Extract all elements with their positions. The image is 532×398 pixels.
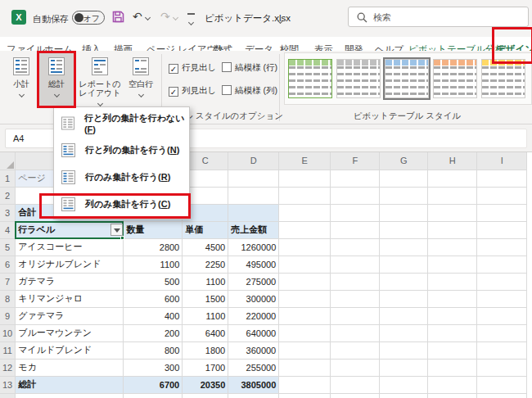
- row-header-12[interactable]: 12: [0, 359, 16, 376]
- grand-totals-button[interactable]: 総計: [38, 52, 74, 106]
- item-label[interactable]: ブルーマウンテン: [16, 324, 124, 341]
- quick-access-overflow-icon[interactable]: [187, 13, 195, 27]
- item-label[interactable]: アイスコーヒー: [16, 238, 124, 256]
- grand-totals-menu: 行と列の集計を行わない(F) 行と列の集計を行う(N) 行のみ集計を行う(R): [53, 106, 190, 219]
- row-header-10[interactable]: 10: [0, 324, 16, 341]
- pivot-data-row: 9 グァテマラ 400 1100 220000: [0, 307, 527, 324]
- row-labels-filter-button[interactable]: [110, 224, 123, 236]
- totals-rows-only-icon: [61, 170, 75, 184]
- style-thumbnail-blue-selected[interactable]: [385, 59, 429, 98]
- subtotals-icon: [11, 57, 31, 76]
- menu-item-columns-only[interactable]: 列のみ集計を行う(C): [54, 191, 189, 218]
- row-header-6[interactable]: 6: [0, 256, 16, 273]
- pivot-header-row: 4 行ラベル 数量 単価 売上金額: [0, 221, 527, 238]
- column-headers-checkbox[interactable]: ✓列見出し: [169, 85, 216, 97]
- totals-off-icon: [61, 116, 74, 130]
- row-header-11[interactable]: 11: [0, 341, 16, 359]
- report-layout-button[interactable]: レポートのレイアウト: [79, 52, 121, 106]
- report-layout-icon: [90, 57, 110, 76]
- row-header-9[interactable]: 9: [0, 307, 16, 324]
- checkbox-checked-icon: ✓: [169, 87, 178, 97]
- menu-item-on-rows-columns[interactable]: 行と列の集計を行う(N): [54, 137, 189, 164]
- filter-dropdown-icon: [114, 228, 120, 233]
- menu-item-rows-only[interactable]: 行のみ集計を行う(R): [54, 164, 189, 191]
- pivot-data-row: 7 ガテマラ 500 1100 275000: [0, 273, 527, 290]
- row-header-3[interactable]: 3: [0, 204, 16, 221]
- cell-C4-header[interactable]: 単価: [183, 221, 228, 238]
- item-label[interactable]: ガテマラ: [16, 273, 124, 290]
- banded-rows-checkbox[interactable]: 縞模様 (行): [222, 62, 277, 74]
- row-header-14[interactable]: 14: [0, 393, 16, 398]
- select-all-corner[interactable]: [0, 152, 16, 170]
- search-icon: [357, 12, 367, 23]
- style-thumbnail-orange[interactable]: [433, 59, 477, 98]
- cell-A4-row-labels[interactable]: 行ラベル: [16, 221, 124, 238]
- autosave-label: 自動保存: [33, 13, 69, 25]
- autosave-toggle[interactable]: オフ: [72, 11, 105, 25]
- banded-columns-checkbox[interactable]: 縞模様 (列): [222, 85, 277, 97]
- checkbox-unchecked-icon: [222, 85, 232, 95]
- blank-rows-button[interactable]: 空白行: [123, 52, 159, 106]
- subtotals-button[interactable]: 小計: [3, 52, 39, 106]
- row-header-13[interactable]: 13: [0, 376, 16, 393]
- row-header-1[interactable]: 1: [0, 170, 16, 187]
- style-thumbnail-green[interactable]: [288, 59, 332, 98]
- blank-rows-icon: [131, 57, 151, 76]
- row-headers-checkbox[interactable]: ✓行見出し: [169, 62, 216, 74]
- pivot-data-row: 6 オリジナルブレンド 1100 2250 495000: [0, 256, 527, 273]
- pivot-style-gallery: [284, 52, 532, 105]
- pivot-data-row: 8 キリマンジャロ 600 1500 300000: [0, 290, 527, 307]
- redo-button[interactable]: ↷: [160, 10, 178, 23]
- pivot-data-row: 10 ブルーマウンテン 200 6400 640000: [0, 324, 527, 341]
- item-label[interactable]: オリジナルブレンド: [16, 256, 124, 273]
- grand-total-label[interactable]: 総計: [16, 376, 124, 393]
- row-header-4[interactable]: 4: [0, 221, 16, 238]
- column-header-D[interactable]: D: [228, 152, 279, 170]
- column-header-E[interactable]: E: [279, 152, 331, 170]
- search-placeholder: 検索: [373, 11, 391, 24]
- row-header-8[interactable]: 8: [0, 290, 16, 307]
- item-label[interactable]: グァテマラ: [16, 307, 124, 324]
- title-dropdown-icon[interactable]: [278, 15, 282, 25]
- grand-totals-icon: [47, 57, 66, 76]
- style-thumbnail-gray[interactable]: [336, 59, 381, 98]
- item-label[interactable]: キリマンジャロ: [16, 290, 124, 307]
- checkbox-checked-icon: ✓: [169, 64, 178, 74]
- group-label-pivot-styles: ピボットテーブル スタイル: [327, 111, 487, 122]
- toggle-knob-icon: [74, 13, 83, 22]
- excel-app-icon: X: [11, 10, 26, 25]
- checkbox-unchecked-icon: [222, 62, 232, 72]
- pivot-data-row: 12 モカ 300 1700 255000: [0, 359, 527, 376]
- search-box[interactable]: 検索: [348, 7, 529, 27]
- row-header-7[interactable]: 7: [0, 273, 16, 290]
- sheet-row-14: 14: [0, 393, 527, 398]
- autosave-state: オフ: [83, 13, 100, 25]
- undo-button[interactable]: ↶: [133, 10, 150, 23]
- excel-window: X 自動保存 オフ ↶ ↷ ピボットデータ.xlsx 検索: [0, 0, 532, 398]
- pivot-data-row: 5 アイスコーヒー 2800 4500 1260000: [0, 238, 527, 256]
- item-label[interactable]: モカ: [16, 359, 124, 376]
- column-header-I[interactable]: I: [477, 152, 527, 170]
- column-header-F[interactable]: F: [331, 152, 380, 170]
- menu-item-off-rows-columns[interactable]: 行と列の集計を行わない(F): [54, 110, 189, 137]
- style-thumbnail-yellow[interactable]: [481, 59, 525, 98]
- totals-columns-only-icon: [61, 197, 75, 211]
- column-header-G[interactable]: G: [380, 152, 428, 170]
- select-all-icon: [7, 161, 14, 169]
- row-header-2[interactable]: 2: [0, 187, 16, 204]
- cell-D4-header[interactable]: 売上金額: [228, 221, 279, 238]
- fill-handle[interactable]: [120, 236, 124, 240]
- column-header-H[interactable]: H: [428, 152, 477, 170]
- save-icon[interactable]: [112, 11, 124, 25]
- item-label[interactable]: マイルドブレンド: [16, 341, 124, 359]
- totals-on-icon: [61, 143, 75, 157]
- title-bar: X 自動保存 オフ ↶ ↷ ピボットデータ.xlsx 検索: [0, 0, 532, 37]
- cell-B4-header[interactable]: 数量: [124, 221, 183, 238]
- pivot-grand-total-row: 13 総計 6700 20350 3805000: [0, 376, 527, 393]
- row-header-5[interactable]: 5: [0, 238, 16, 256]
- pivot-data-row: 11 マイルドブレンド 800 1800 360000: [0, 341, 527, 359]
